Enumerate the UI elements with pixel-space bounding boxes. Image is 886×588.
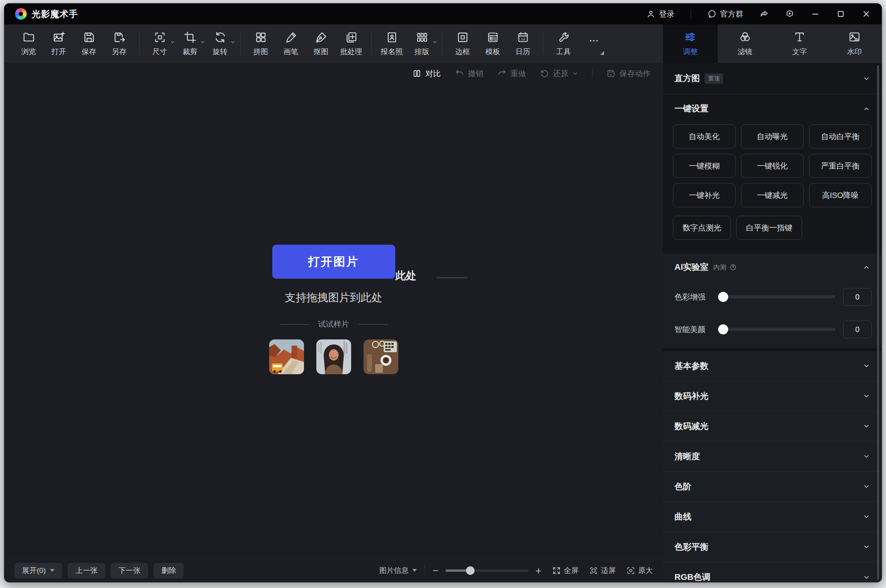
toolbar-item-open[interactable]: 打开 (44, 27, 74, 60)
resize-icon (154, 31, 166, 44)
toolbar-item-more[interactable] (579, 27, 609, 60)
chevron-down-icon (863, 574, 870, 581)
delete-image-button[interactable]: 删除 (154, 563, 184, 578)
previous-image-button[interactable]: 上一张 (68, 563, 105, 578)
zoom-slider[interactable] (446, 569, 529, 572)
section-clarity[interactable]: 清晰度 (663, 441, 882, 472)
tab-label: 滤镜 (737, 47, 752, 57)
section-basic-params[interactable]: 基本参数 (663, 351, 882, 381)
close-button[interactable] (862, 9, 871, 19)
toolbar-item-brush[interactable]: 画笔 (276, 27, 306, 60)
section-label: 曲线 (674, 511, 691, 523)
section-label: RGB色调 (674, 571, 710, 582)
section-digital-fill-light[interactable]: 数码补光 (663, 381, 882, 411)
toolbar-label: 裁剪 (183, 47, 197, 57)
oneclick-section-header[interactable]: 一键设置 (663, 94, 882, 123)
toolbar-item-border[interactable]: 边框 (447, 27, 478, 60)
zoom-out-button[interactable]: − (433, 566, 439, 576)
tab-filter[interactable]: 滤镜 (718, 24, 773, 63)
toolbar-label: 拼图 (253, 47, 268, 57)
smart-beauty-value[interactable]: 0 (843, 320, 872, 338)
auto-exposure-button[interactable]: 自动曝光 (741, 124, 804, 148)
toolbar-item-cutout[interactable]: 抠图 (306, 27, 336, 60)
toolbar-item-layout[interactable]: 排版 (407, 27, 437, 60)
panel-scrollbar[interactable] (877, 65, 879, 580)
open-image-button[interactable]: 打开图片 (272, 245, 395, 279)
smart-beauty-slider[interactable] (722, 328, 835, 331)
zoom-in-button[interactable]: + (536, 566, 541, 576)
chevron-down-icon (170, 39, 175, 45)
color-enhance-value[interactable]: 0 (843, 288, 872, 306)
compare-button[interactable]: 对比 (412, 68, 441, 79)
toolbar-item-crop[interactable]: 裁剪 (175, 27, 205, 60)
toolbar-item-collage[interactable]: 拼图 (246, 27, 276, 60)
chevron-down-icon[interactable] (863, 75, 870, 82)
restore-button[interactable]: 还原 (540, 68, 578, 79)
chevron-up-icon[interactable] (863, 264, 870, 271)
help-circle-icon[interactable] (729, 264, 737, 271)
sample-photo-portrait[interactable] (316, 339, 351, 374)
fullscreen-button[interactable]: 全屏 (552, 566, 579, 576)
section-label: 数码补光 (674, 390, 708, 402)
toolbar-item-browse[interactable]: 浏览 (14, 27, 44, 60)
histogram-section-header[interactable]: 直方图 置顶 (663, 63, 882, 94)
toolbar-label: 浏览 (21, 47, 36, 57)
toolbar-item-rotate[interactable]: 旋转 (205, 27, 235, 60)
batch-icon (345, 31, 358, 44)
caret-down-icon (412, 569, 417, 572)
zoom-slider-thumb[interactable] (466, 566, 475, 575)
toolbar-item-save[interactable]: 保存 (74, 27, 104, 60)
color-enhance-slider[interactable] (722, 295, 835, 298)
section-levels[interactable]: 色阶 (663, 472, 882, 502)
next-image-button[interactable]: 下一张 (111, 563, 148, 578)
severe-white-balance-button[interactable]: 严重白平衡 (809, 154, 872, 178)
white-balance-one-key-button[interactable]: 白平衡一指键 (736, 216, 802, 240)
one-key-fill-light-button[interactable]: 一键补光 (673, 183, 736, 207)
fit-screen-button[interactable]: 适屏 (589, 566, 616, 576)
image-info-button[interactable]: 图片信息 (379, 566, 417, 576)
tab-text[interactable]: 文字 (772, 24, 827, 63)
toolbar-item-batch[interactable]: 批处理 (336, 27, 366, 60)
toolbar-item-resize[interactable]: 尺寸 (145, 27, 175, 60)
auto-beautify-button[interactable]: 自动美化 (673, 124, 736, 148)
chevron-down-icon (572, 71, 578, 77)
maximize-button[interactable] (836, 9, 845, 19)
chevron-down-icon (863, 392, 870, 400)
official-group-button[interactable]: 官方群 (707, 9, 743, 19)
toolbar-item-tools[interactable]: 工具 (548, 27, 579, 60)
minimize-button[interactable] (811, 9, 820, 19)
auto-white-balance-button[interactable]: 自动白平衡 (809, 124, 872, 148)
sample-photo-flatlay[interactable] (364, 339, 398, 374)
section-rgb-tone[interactable]: RGB色调 (663, 562, 882, 582)
toolbar-item-save-as[interactable]: 另存 (104, 27, 134, 60)
chevron-up-icon[interactable] (863, 105, 870, 112)
redo-button[interactable]: 重做 (497, 68, 526, 79)
slider-thumb[interactable] (718, 292, 728, 302)
toolbar-item-template[interactable]: 模板 (478, 27, 508, 60)
expand-button[interactable]: 展开(0) (14, 563, 62, 578)
ailab-title: AI实验室 (674, 261, 708, 273)
tab-adjust[interactable]: 调整 (663, 24, 718, 63)
one-key-blur-button[interactable]: 一键模糊 (673, 154, 736, 178)
toolbar-item-calendar[interactable]: 12 日历 (508, 27, 538, 60)
one-key-sharpen-button[interactable]: 一键锐化 (741, 154, 804, 178)
share-icon[interactable] (760, 9, 769, 19)
section-digital-dim-light[interactable]: 数码减光 (663, 411, 882, 441)
high-iso-denoise-button[interactable]: 高ISO降噪 (809, 183, 872, 207)
save-action-button[interactable]: 保存动作 (606, 68, 650, 79)
ailab-section-header[interactable]: AI实验室 内测 (663, 254, 882, 281)
settings-icon[interactable] (785, 9, 794, 19)
section-curves[interactable]: 曲线 (663, 502, 882, 532)
original-size-button[interactable]: 原大 (627, 566, 653, 576)
sample-photo-canyon[interactable] (269, 339, 304, 374)
one-key-dim-light-button[interactable]: 一键减光 (741, 183, 804, 207)
login-button[interactable]: 登录 (646, 9, 674, 19)
titlebar-divider (691, 9, 691, 19)
toolbar-item-id-photo[interactable]: 报名照 (377, 27, 407, 60)
undo-button[interactable]: 撤销 (455, 68, 483, 79)
digital-spot-metering-button[interactable]: 数字点测光 (673, 216, 731, 240)
toolbar-divider (543, 32, 543, 55)
slider-thumb[interactable] (718, 324, 728, 334)
tab-watermark[interactable]: 水印 (827, 24, 882, 63)
section-color-balance[interactable]: 色彩平衡 (663, 532, 882, 562)
